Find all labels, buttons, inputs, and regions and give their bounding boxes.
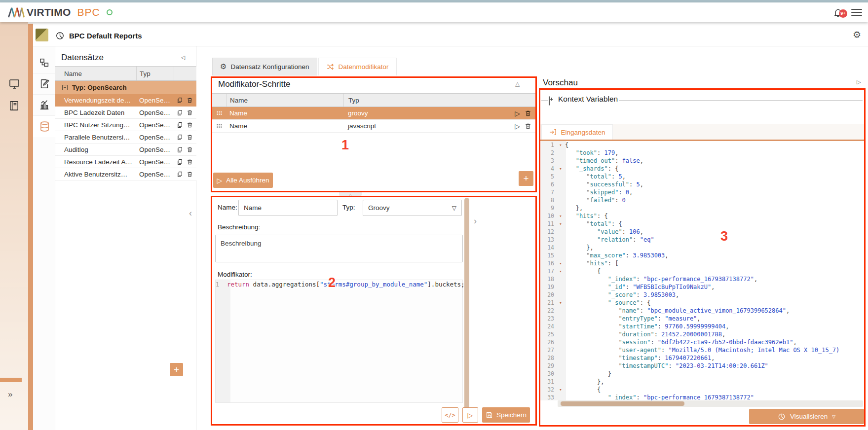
dataset-row[interactable]: Auditlog OpenSe… bbox=[55, 143, 196, 156]
fold-caret-empty bbox=[556, 394, 565, 400]
column-header-name[interactable]: Name bbox=[55, 70, 136, 77]
fold-caret-icon[interactable]: ▾ bbox=[556, 386, 565, 394]
run-all-button[interactable]: ▷ Alle Ausführen bbox=[213, 173, 273, 188]
run-step-icon[interactable]: ▷ bbox=[515, 123, 520, 130]
modifikator-label: Modifikator: bbox=[218, 271, 252, 278]
delete-icon[interactable] bbox=[187, 134, 196, 141]
monitor-icon[interactable] bbox=[8, 78, 20, 90]
fold-caret-icon[interactable]: ▾ bbox=[556, 299, 565, 307]
fold-caret-icon[interactable]: ▾ bbox=[556, 267, 565, 275]
dataset-row[interactable]: BPC Ladezeit Daten OpenSe… bbox=[55, 107, 196, 119]
modifier-step-row[interactable]: Name javascript ▷ bbox=[212, 120, 535, 133]
dataset-row[interactable]: Parallele Benutzersi… OpenSe… bbox=[55, 131, 196, 143]
delete-icon[interactable] bbox=[187, 122, 196, 128]
typ-select[interactable]: Groovy ▽ bbox=[363, 200, 462, 216]
collapse-preview-icon[interactable]: ▷ bbox=[857, 79, 861, 85]
add-step-button[interactable]: + bbox=[519, 171, 533, 186]
visualize-button[interactable]: Visualisieren ▽ bbox=[749, 409, 864, 424]
code-view-button[interactable]: </> bbox=[442, 407, 458, 423]
dataset-name: Auditlog bbox=[55, 146, 136, 153]
expand-sidebar-icon[interactable]: » bbox=[8, 390, 12, 399]
dataset-typ: OpenSe… bbox=[136, 158, 177, 166]
fold-caret-empty bbox=[556, 330, 565, 338]
json-line: 3 "timed_out": false, bbox=[540, 157, 865, 165]
column-header-typ[interactable]: Typ bbox=[136, 67, 174, 80]
copy-icon[interactable] bbox=[177, 109, 187, 116]
json-line: 2 "took": 179, bbox=[540, 149, 865, 157]
drag-handle-icon[interactable] bbox=[212, 107, 226, 119]
dataset-group-row[interactable]: Typ: OpenSearch bbox=[55, 81, 196, 94]
copy-icon[interactable] bbox=[177, 171, 187, 178]
code-line: return data.aggregations["sterms#group_b… bbox=[223, 280, 465, 289]
copy-icon[interactable] bbox=[177, 159, 187, 165]
form-scrollbar[interactable] bbox=[464, 198, 469, 423]
collapse-left-chevron-icon[interactable]: ‹ bbox=[189, 208, 192, 218]
fold-caret-icon[interactable]: ▾ bbox=[556, 259, 565, 267]
delete-icon[interactable] bbox=[187, 146, 196, 153]
dataset-row[interactable]: Aktive Benutzersitz… OpenSe… bbox=[55, 168, 196, 180]
delete-step-icon[interactable] bbox=[525, 123, 531, 130]
splitter-handle[interactable]: △ bbox=[339, 192, 362, 197]
caret-down-icon: ▽ bbox=[832, 414, 835, 419]
dataset-row[interactable]: BPC Nutzer Sitzung… OpenSe… bbox=[55, 119, 196, 131]
collapse-group-icon[interactable] bbox=[62, 85, 68, 90]
menu-icon[interactable] bbox=[851, 9, 862, 16]
drag-handle-icon[interactable] bbox=[212, 120, 226, 132]
json-line: 28 "timestamp": 1679407220661, bbox=[540, 354, 865, 362]
dataset-group-label: Typ: OpenSearch bbox=[72, 84, 127, 91]
fold-caret-icon[interactable]: ▾ bbox=[556, 141, 565, 149]
fold-caret-icon[interactable]: ▾ bbox=[556, 165, 565, 173]
copy-icon[interactable] bbox=[177, 122, 187, 128]
horizontal-scrollbar-thumb[interactable] bbox=[561, 401, 684, 406]
name-input[interactable] bbox=[238, 200, 338, 216]
tab-datenmodifikator[interactable]: Datenmodifikator bbox=[318, 58, 397, 75]
typ-select-value: Groovy bbox=[368, 204, 390, 212]
expand-fieldset-icon[interactable] bbox=[549, 96, 550, 106]
fold-caret-empty bbox=[556, 157, 565, 165]
run-step-button[interactable]: ▷ bbox=[462, 407, 478, 423]
tab-datensatz-konfigurationen[interactable]: ⚙ Datensatz Konfigurationen bbox=[212, 58, 317, 75]
modifier-step-row[interactable]: Name groovy ▷ bbox=[212, 107, 535, 120]
fold-caret-empty bbox=[556, 149, 565, 157]
modifikator-code-editor[interactable]: 1 return data.aggregations["sterms#group… bbox=[215, 280, 463, 403]
run-step-icon[interactable]: ▷ bbox=[515, 110, 520, 117]
copy-icon[interactable] bbox=[177, 134, 187, 141]
copy-icon[interactable] bbox=[177, 97, 187, 104]
collapse-section-icon[interactable]: △ bbox=[515, 80, 520, 87]
hierarchy-icon[interactable] bbox=[33, 52, 55, 73]
chart-icon[interactable] bbox=[33, 95, 55, 116]
module-accent-stripe bbox=[28, 24, 33, 430]
copy-icon[interactable] bbox=[177, 146, 187, 153]
line-number: 1 bbox=[216, 280, 223, 289]
json-line: 9 }, bbox=[540, 204, 865, 212]
delete-icon[interactable] bbox=[187, 109, 196, 116]
notifications-bell-icon[interactable]: 9+ bbox=[833, 7, 843, 18]
module-folder-icon[interactable] bbox=[36, 29, 48, 41]
fold-caret-icon[interactable]: ▾ bbox=[556, 212, 565, 220]
collapse-right-chevron-icon[interactable]: › bbox=[474, 216, 477, 226]
book-icon[interactable] bbox=[8, 100, 20, 111]
edit-report-icon[interactable] bbox=[33, 73, 55, 95]
beschreibung-label: Beschreibung: bbox=[218, 223, 260, 231]
save-button[interactable]: Speichern bbox=[482, 407, 530, 423]
fold-caret-icon[interactable]: ▾ bbox=[556, 220, 565, 228]
json-preview-editor[interactable]: 1▾{2 "took": 179,3 "timed_out": false,4▾… bbox=[540, 141, 865, 400]
delete-icon[interactable] bbox=[187, 171, 196, 178]
beschreibung-textarea[interactable]: Beschreibung bbox=[215, 235, 463, 262]
dataset-row[interactable]: Verwendungszeit de… OpenSe… bbox=[55, 94, 196, 107]
fold-caret-empty bbox=[556, 228, 565, 236]
delete-step-icon[interactable] bbox=[525, 110, 531, 117]
column-header-typ[interactable]: Typ bbox=[343, 94, 499, 107]
collapse-panel-icon[interactable]: ◁ bbox=[181, 54, 185, 61]
column-header-name[interactable]: Name bbox=[226, 94, 343, 107]
datasets-database-icon[interactable] bbox=[33, 116, 56, 137]
delete-icon[interactable] bbox=[187, 97, 196, 104]
virtimo-logo[interactable]: VIRTIMO bbox=[7, 6, 71, 18]
json-line: 14 }, bbox=[540, 244, 865, 251]
play-icon: ▷ bbox=[217, 177, 223, 184]
delete-icon[interactable] bbox=[187, 159, 196, 165]
add-dataset-button[interactable]: + bbox=[170, 363, 183, 376]
module-settings-gear-icon[interactable]: ⚙ bbox=[853, 29, 861, 40]
dataset-row[interactable]: Resource Ladezeit A… OpenSe… bbox=[55, 156, 196, 168]
tab-eingangsdaten[interactable]: Eingangsdaten bbox=[541, 124, 613, 140]
